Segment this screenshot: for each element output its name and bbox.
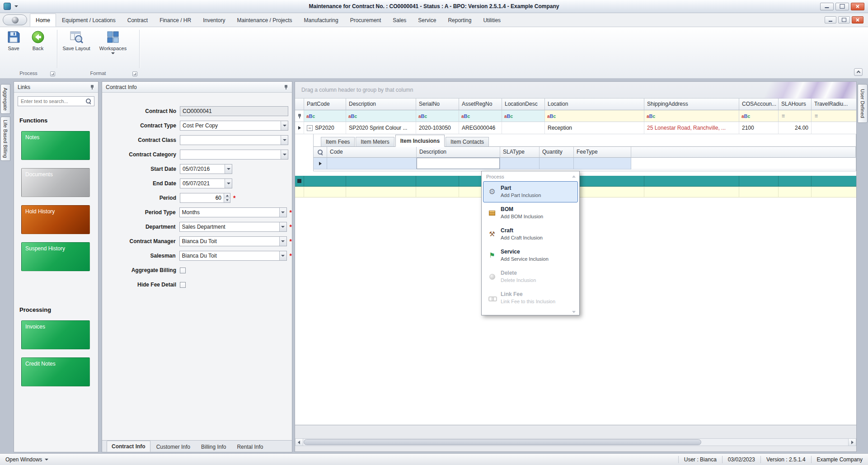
detail-column-feetype[interactable]: FeeType [574, 147, 631, 158]
contract-manager-select[interactable]: Bianca Du Toit [179, 236, 287, 246]
new-row-quantity-cell[interactable] [540, 158, 574, 169]
filter-assetregno[interactable] [459, 110, 502, 122]
ribbon-tab-maintenance-projects[interactable]: Maintenance / Projects [231, 14, 298, 27]
horizontal-scrollbar[interactable] [295, 438, 856, 446]
maximize-button[interactable] [835, 3, 849, 10]
ribbon-tab-home[interactable]: Home [30, 14, 56, 27]
chevron-down-icon[interactable] [279, 208, 286, 217]
open-windows-button[interactable]: Open Windows [5, 456, 48, 463]
column-header-shippingaddress[interactable]: ShippingAddress [644, 99, 739, 110]
minimize-button[interactable] [820, 3, 834, 10]
mdi-minimize-button[interactable] [825, 16, 836, 23]
detail-new-row[interactable] [314, 158, 856, 169]
group-dialog-launcher[interactable] [50, 71, 55, 76]
save-layout-button[interactable]: Save Layout [61, 30, 92, 51]
ribbon-tab-inventory[interactable]: Inventory [197, 14, 231, 27]
ribbon-tab-manufacturing[interactable]: Manufacturing [298, 14, 344, 27]
back-button[interactable]: Back [26, 30, 50, 51]
save-button[interactable]: Save [3, 30, 24, 51]
side-tab-user-defined[interactable]: User Defined [858, 84, 868, 123]
quick-access-caret-icon[interactable] [14, 5, 18, 7]
chevron-down-icon[interactable] [279, 222, 286, 231]
documents-button[interactable]: Documents [21, 168, 90, 197]
pin-icon[interactable] [284, 85, 288, 90]
chevron-down-icon[interactable] [225, 179, 232, 188]
period-input[interactable] [180, 193, 223, 202]
new-row-feetype-cell[interactable] [574, 158, 631, 169]
invoices-button[interactable]: Invoices [21, 320, 90, 349]
cell-shippingaddress[interactable]: 25 Lonestar Road, Ranchville, ... [644, 122, 739, 134]
filter-location[interactable] [545, 110, 644, 122]
tab-item-contacts[interactable]: Item Contacts [446, 137, 489, 146]
suspend-history-button[interactable]: Suspend History [21, 242, 90, 271]
spin-down-icon[interactable] [224, 198, 230, 203]
hold-history-button[interactable]: Hold History [21, 205, 90, 234]
new-row-slatype-cell[interactable] [500, 158, 540, 169]
notes-button[interactable]: Notes [21, 131, 90, 160]
search-icon[interactable] [86, 99, 91, 104]
tab-contract-info[interactable]: Contract Info [107, 441, 150, 452]
aggregate-billing-checkbox[interactable] [180, 268, 186, 273]
tab-item-meters[interactable]: Item Meters [356, 137, 394, 146]
tab-item-fees[interactable]: Item Fees [321, 137, 355, 146]
scrollbar-thumb[interactable] [304, 439, 701, 445]
column-header-assetregno[interactable]: AssetRegNo [459, 99, 502, 110]
workspaces-dropdown-icon[interactable] [111, 52, 115, 54]
inclusion-description-editor[interactable] [417, 158, 500, 169]
ribbon-collapse-button[interactable] [854, 68, 863, 76]
side-tab-life-based-billing[interactable]: Life Based Billing [0, 117, 10, 161]
end-date-picker[interactable]: 05/07/2021 [180, 178, 232, 188]
pin-icon[interactable] [90, 85, 94, 90]
contract-class-select[interactable] [180, 135, 288, 145]
filter-cosaccount[interactable] [739, 110, 779, 122]
cell-slahours[interactable]: 24.00 [779, 122, 812, 134]
column-header-travelradius[interactable]: TravelRadiu... [812, 99, 856, 110]
tab-billing-info[interactable]: Billing Info [196, 442, 231, 452]
app-icon[interactable] [4, 3, 11, 10]
filter-serialno[interactable] [416, 110, 459, 122]
department-select[interactable]: Sales Department [179, 222, 287, 232]
close-button[interactable] [851, 3, 864, 10]
detail-column-code[interactable]: Code [327, 147, 417, 158]
filter-description[interactable] [346, 110, 416, 122]
ribbon-tab-reporting[interactable]: Reporting [442, 14, 477, 27]
chevron-down-icon[interactable] [281, 121, 288, 130]
column-header-description[interactable]: Description [346, 99, 416, 110]
contract-no-input[interactable] [180, 106, 288, 116]
filter-partcode[interactable] [304, 110, 346, 122]
mdi-maximize-button[interactable] [838, 16, 850, 23]
detail-column-slatype[interactable]: SLAType [500, 147, 540, 158]
filter-locationdesc[interactable] [502, 110, 545, 122]
group-by-panel[interactable]: Drag a column header to group by that co… [295, 82, 856, 99]
ribbon-tab-finance-hr[interactable]: Finance / HR [154, 14, 197, 27]
spin-up-icon[interactable] [224, 193, 230, 198]
chevron-down-icon[interactable] [279, 237, 286, 246]
ribbon-tab-procurement[interactable]: Procurement [344, 14, 387, 27]
menu-item-bom[interactable]: BOM Add BOM Inclusion [483, 202, 578, 224]
chevron-down-icon[interactable] [279, 251, 286, 260]
column-header-slahours[interactable]: SLAHours [779, 99, 812, 110]
cell-locationdesc[interactable] [502, 122, 545, 134]
contract-category-select[interactable] [180, 150, 288, 160]
workspaces-button[interactable]: Workspaces [96, 30, 130, 54]
chevron-down-icon[interactable] [281, 150, 288, 159]
cell-travelradius[interactable] [812, 122, 856, 134]
tab-customer-info[interactable]: Customer Info [151, 442, 195, 452]
start-date-picker[interactable]: 05/07/2016 [180, 164, 232, 174]
detail-column-quantity[interactable]: Quantity [540, 147, 574, 158]
ribbon-tab-equipment-locations[interactable]: Equipment / Locations [56, 14, 122, 27]
ribbon-tab-sales[interactable]: Sales [387, 14, 412, 27]
column-header-cosaccount[interactable]: COSAccoun... [739, 99, 779, 110]
menu-item-craft[interactable]: Craft Add Craft Inclusion [483, 224, 578, 245]
chevron-down-icon[interactable] [225, 164, 232, 174]
scroll-right-button[interactable] [848, 439, 856, 446]
filter-shippingaddress[interactable] [644, 110, 739, 122]
column-header-serialno[interactable]: SerialNo [416, 99, 459, 110]
ribbon-tab-service[interactable]: Service [412, 14, 442, 27]
period-type-select[interactable]: Months [179, 207, 287, 217]
period-stepper[interactable] [180, 193, 230, 203]
side-tab-aggregate[interactable]: Aggregate [0, 84, 10, 114]
contract-type-select[interactable]: Cost Per Copy [180, 121, 288, 131]
mdi-close-button[interactable] [852, 16, 863, 23]
cell-location[interactable]: Reception [545, 122, 644, 134]
